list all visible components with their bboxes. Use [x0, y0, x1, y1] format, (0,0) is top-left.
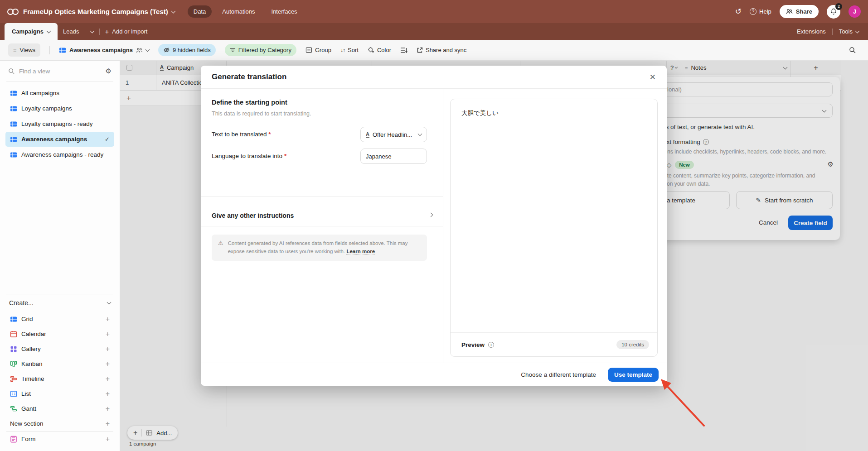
language-field: [360, 149, 427, 164]
nav-tab-automations[interactable]: Automations: [216, 5, 261, 18]
info-circle-icon[interactable]: i: [488, 342, 494, 348]
nav-tab-interfaces[interactable]: Interfaces: [266, 5, 303, 18]
annotation-arrow: [652, 375, 713, 436]
plus-icon[interactable]: +: [106, 315, 110, 323]
chevron-down-icon: [855, 29, 860, 33]
sidebar-view-loyalty-campaigns[interactable]: Loyalty campaigns: [5, 101, 114, 116]
create-label: Timeline: [21, 375, 44, 382]
plus-icon[interactable]: +: [106, 360, 110, 368]
grid-view-icon: [10, 151, 17, 158]
create-section-header[interactable]: Create...: [5, 294, 114, 312]
create-timeline[interactable]: Timeline+: [5, 371, 114, 386]
group-button[interactable]: Group: [305, 47, 331, 53]
create-section: Create... Grid+ Calendar+ Gallery+: [5, 294, 114, 446]
top-nav: Data Automations Interfaces: [188, 5, 303, 18]
share-and-sync-label: Share and sync: [426, 47, 466, 53]
sidebar-view-loyalty-campaigns-ready[interactable]: Loyalty campaigns - ready: [5, 116, 114, 131]
gantt-icon: [10, 405, 17, 413]
share-button[interactable]: Share: [780, 5, 819, 18]
plus-icon[interactable]: +: [106, 345, 110, 353]
base-title[interactable]: FrameUp Optics Marketing Campaigns (Test…: [23, 8, 175, 15]
view-label: Loyalty campaigns - ready: [21, 120, 93, 127]
plus-icon[interactable]: +: [106, 435, 110, 443]
language-input[interactable]: [366, 153, 422, 160]
search-icon: [8, 68, 15, 75]
create-new-section[interactable]: New section+: [5, 416, 114, 431]
find-view-input[interactable]: [19, 68, 102, 75]
label-text: Language to translate into: [212, 153, 282, 159]
single-line-text-icon: A: [366, 132, 369, 138]
close-icon[interactable]: ✕: [650, 73, 656, 81]
form-icon: [10, 436, 17, 443]
create-kanban[interactable]: Kanban+: [5, 356, 114, 371]
share-and-sync-button[interactable]: Share and sync: [417, 47, 466, 53]
sort-label: Sort: [348, 47, 359, 53]
filter-icon: [230, 47, 236, 53]
top-bar: FrameUp Optics Marketing Campaigns (Test…: [0, 0, 868, 23]
view-name: Awareness campaigns: [69, 47, 133, 53]
create-label: Gantt: [21, 405, 36, 412]
hidden-fields-button[interactable]: 9 hidden fields: [158, 44, 216, 56]
view-label: Awareness campaigns - ready: [21, 151, 103, 158]
tab-leads[interactable]: Leads: [58, 23, 84, 40]
plus-icon[interactable]: +: [106, 390, 110, 398]
modal-title: Generate translation: [212, 72, 286, 82]
search-button[interactable]: [849, 47, 856, 54]
notifications-button[interactable]: 2: [827, 5, 840, 19]
warning-icon: ⚠: [218, 240, 223, 256]
grid-view-icon: [10, 120, 17, 128]
plus-icon[interactable]: +: [106, 330, 110, 338]
plus-icon[interactable]: +: [106, 375, 110, 383]
text-field-value: Offer Headlin...: [373, 131, 415, 138]
gear-icon[interactable]: ⚙: [106, 67, 112, 75]
view-list: All campaigns Loyalty campaigns Loyalty …: [5, 86, 114, 162]
create-grid[interactable]: Grid+: [5, 312, 114, 326]
sidebar-view-awareness-campaigns-ready[interactable]: Awareness campaigns - ready: [5, 147, 114, 162]
create-gallery[interactable]: Gallery+: [5, 341, 114, 356]
table-tabs-bar: Campaigns Leads + Add or import Extensio…: [0, 23, 868, 40]
sidebar-view-all-campaigns[interactable]: All campaigns: [5, 86, 114, 101]
credits-badge: 10 credits: [616, 340, 649, 349]
gallery-icon: [10, 345, 17, 353]
learn-more-link[interactable]: Learn more: [346, 249, 375, 254]
use-template-button[interactable]: Use template: [608, 368, 659, 382]
views-button[interactable]: ≡ Views: [8, 43, 40, 57]
avatar[interactable]: J: [849, 5, 861, 18]
create-form[interactable]: Form+: [5, 432, 114, 446]
row-height-button[interactable]: [400, 47, 407, 53]
chevron-down-icon: [47, 29, 51, 33]
create-gantt[interactable]: Gantt+: [5, 401, 114, 416]
help-button[interactable]: ? Help: [750, 8, 771, 15]
tools-button[interactable]: Tools: [839, 23, 859, 40]
create-calendar[interactable]: Calendar+: [5, 326, 114, 341]
new-section-label: New section: [10, 420, 44, 427]
extensions-button[interactable]: Extensions: [797, 23, 826, 40]
views-label: Views: [20, 47, 35, 53]
history-icon[interactable]: ↺: [735, 7, 742, 16]
plus-icon[interactable]: +: [106, 420, 110, 428]
kanban-icon: [10, 360, 17, 368]
base-title-text: FrameUp Optics Marketing Campaigns (Test…: [23, 8, 168, 15]
search-icon: [849, 47, 856, 54]
filter-button[interactable]: Filtered by Category: [225, 44, 296, 56]
tab-leads-label: Leads: [63, 28, 79, 35]
choose-different-template-button[interactable]: Choose a different template: [521, 371, 596, 378]
row-height-icon: [400, 47, 407, 53]
required-marker: *: [284, 153, 286, 159]
tables-dropdown[interactable]: [85, 23, 99, 40]
nav-tab-data[interactable]: Data: [188, 5, 212, 18]
plus-icon[interactable]: +: [106, 405, 110, 413]
color-button[interactable]: Color: [368, 47, 391, 53]
tools-label: Tools: [839, 28, 853, 35]
add-or-import-button[interactable]: + Add or import: [100, 23, 153, 40]
hidden-fields-label: 9 hidden fields: [173, 47, 211, 53]
section-description: This data is required to start translati…: [212, 110, 311, 117]
sort-button[interactable]: ↓↑ Sort: [340, 47, 359, 53]
chevron-down-icon: [145, 47, 150, 52]
text-field-dropdown[interactable]: A Offer Headlin...: [360, 127, 427, 142]
other-instructions-row[interactable]: Give any other instructions: [212, 205, 432, 226]
sidebar-view-awareness-campaigns[interactable]: Awareness campaigns ✓: [5, 132, 114, 147]
tab-campaigns[interactable]: Campaigns: [5, 23, 58, 40]
create-list[interactable]: List+: [5, 386, 114, 401]
view-switcher[interactable]: Awareness campaigns: [59, 47, 149, 54]
